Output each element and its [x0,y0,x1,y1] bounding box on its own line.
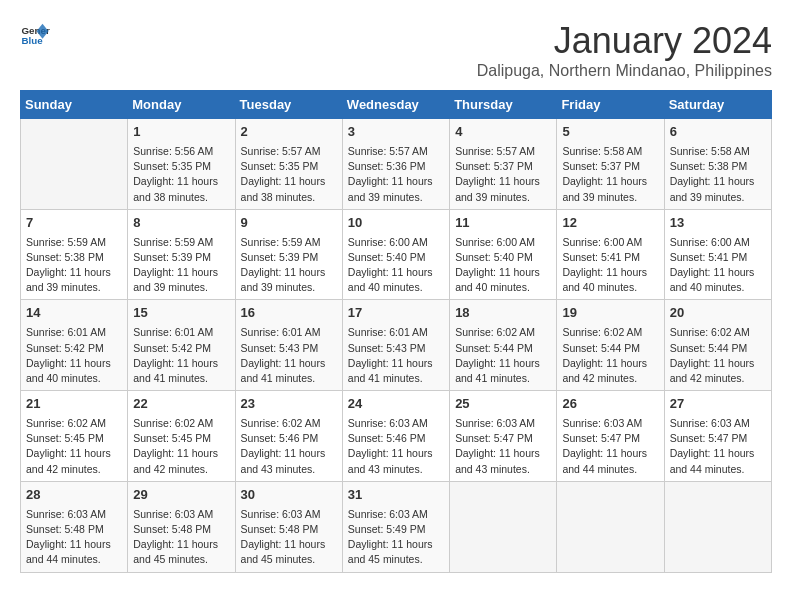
calendar-header-cell: Friday [557,91,664,119]
calendar-table: SundayMondayTuesdayWednesdayThursdayFrid… [20,90,772,573]
calendar-day-cell: 4Sunrise: 5:57 AMSunset: 5:37 PMDaylight… [450,119,557,210]
calendar-day-cell [450,481,557,572]
calendar-day-cell: 20Sunrise: 6:02 AMSunset: 5:44 PMDayligh… [664,300,771,391]
day-number: 9 [241,214,337,233]
day-number: 14 [26,304,122,323]
day-number: 18 [455,304,551,323]
day-number: 20 [670,304,766,323]
calendar-day-cell: 15Sunrise: 6:01 AMSunset: 5:42 PMDayligh… [128,300,235,391]
calendar-day-cell: 19Sunrise: 6:02 AMSunset: 5:44 PMDayligh… [557,300,664,391]
calendar-week-row: 1Sunrise: 5:56 AMSunset: 5:35 PMDaylight… [21,119,772,210]
calendar-header-cell: Wednesday [342,91,449,119]
day-number: 24 [348,395,444,414]
calendar-header-cell: Monday [128,91,235,119]
calendar-header-row: SundayMondayTuesdayWednesdayThursdayFrid… [21,91,772,119]
day-number: 30 [241,486,337,505]
calendar-day-cell [664,481,771,572]
day-number: 8 [133,214,229,233]
calendar-day-cell: 16Sunrise: 6:01 AMSunset: 5:43 PMDayligh… [235,300,342,391]
calendar-header-cell: Saturday [664,91,771,119]
calendar-day-cell: 28Sunrise: 6:03 AMSunset: 5:48 PMDayligh… [21,481,128,572]
calendar-day-cell [21,119,128,210]
day-number: 7 [26,214,122,233]
calendar-day-cell: 12Sunrise: 6:00 AMSunset: 5:41 PMDayligh… [557,209,664,300]
day-number: 6 [670,123,766,142]
calendar-header-cell: Tuesday [235,91,342,119]
calendar-week-row: 21Sunrise: 6:02 AMSunset: 5:45 PMDayligh… [21,391,772,482]
day-number: 13 [670,214,766,233]
day-number: 19 [562,304,658,323]
page-subtitle: Dalipuga, Northern Mindanao, Philippines [477,62,772,80]
calendar-day-cell: 10Sunrise: 6:00 AMSunset: 5:40 PMDayligh… [342,209,449,300]
day-number: 10 [348,214,444,233]
calendar-body: 1Sunrise: 5:56 AMSunset: 5:35 PMDaylight… [21,119,772,573]
calendar-day-cell: 9Sunrise: 5:59 AMSunset: 5:39 PMDaylight… [235,209,342,300]
calendar-day-cell: 30Sunrise: 6:03 AMSunset: 5:48 PMDayligh… [235,481,342,572]
calendar-day-cell: 23Sunrise: 6:02 AMSunset: 5:46 PMDayligh… [235,391,342,482]
calendar-day-cell: 21Sunrise: 6:02 AMSunset: 5:45 PMDayligh… [21,391,128,482]
day-number: 2 [241,123,337,142]
day-number: 17 [348,304,444,323]
calendar-day-cell: 5Sunrise: 5:58 AMSunset: 5:37 PMDaylight… [557,119,664,210]
calendar-day-cell: 18Sunrise: 6:02 AMSunset: 5:44 PMDayligh… [450,300,557,391]
day-number: 4 [455,123,551,142]
calendar-day-cell: 13Sunrise: 6:00 AMSunset: 5:41 PMDayligh… [664,209,771,300]
calendar-day-cell: 26Sunrise: 6:03 AMSunset: 5:47 PMDayligh… [557,391,664,482]
calendar-day-cell: 7Sunrise: 5:59 AMSunset: 5:38 PMDaylight… [21,209,128,300]
title-section: January 2024 Dalipuga, Northern Mindanao… [477,20,772,80]
day-number: 21 [26,395,122,414]
logo-icon: General Blue [20,20,50,50]
day-number: 16 [241,304,337,323]
calendar-day-cell: 2Sunrise: 5:57 AMSunset: 5:35 PMDaylight… [235,119,342,210]
day-number: 25 [455,395,551,414]
calendar-week-row: 28Sunrise: 6:03 AMSunset: 5:48 PMDayligh… [21,481,772,572]
calendar-day-cell: 6Sunrise: 5:58 AMSunset: 5:38 PMDaylight… [664,119,771,210]
calendar-day-cell [557,481,664,572]
day-number: 22 [133,395,229,414]
day-number: 12 [562,214,658,233]
calendar-day-cell: 11Sunrise: 6:00 AMSunset: 5:40 PMDayligh… [450,209,557,300]
calendar-day-cell: 14Sunrise: 6:01 AMSunset: 5:42 PMDayligh… [21,300,128,391]
calendar-day-cell: 22Sunrise: 6:02 AMSunset: 5:45 PMDayligh… [128,391,235,482]
calendar-day-cell: 1Sunrise: 5:56 AMSunset: 5:35 PMDaylight… [128,119,235,210]
calendar-week-row: 14Sunrise: 6:01 AMSunset: 5:42 PMDayligh… [21,300,772,391]
calendar-day-cell: 25Sunrise: 6:03 AMSunset: 5:47 PMDayligh… [450,391,557,482]
day-number: 15 [133,304,229,323]
calendar-day-cell: 29Sunrise: 6:03 AMSunset: 5:48 PMDayligh… [128,481,235,572]
day-number: 31 [348,486,444,505]
calendar-week-row: 7Sunrise: 5:59 AMSunset: 5:38 PMDaylight… [21,209,772,300]
day-number: 23 [241,395,337,414]
calendar-day-cell: 27Sunrise: 6:03 AMSunset: 5:47 PMDayligh… [664,391,771,482]
calendar-header-cell: Thursday [450,91,557,119]
page-title: January 2024 [477,20,772,62]
day-number: 5 [562,123,658,142]
day-number: 29 [133,486,229,505]
calendar-day-cell: 17Sunrise: 6:01 AMSunset: 5:43 PMDayligh… [342,300,449,391]
day-number: 27 [670,395,766,414]
day-number: 26 [562,395,658,414]
svg-text:Blue: Blue [22,35,44,46]
day-number: 3 [348,123,444,142]
calendar-day-cell: 3Sunrise: 5:57 AMSunset: 5:36 PMDaylight… [342,119,449,210]
day-number: 1 [133,123,229,142]
calendar-day-cell: 8Sunrise: 5:59 AMSunset: 5:39 PMDaylight… [128,209,235,300]
calendar-day-cell: 31Sunrise: 6:03 AMSunset: 5:49 PMDayligh… [342,481,449,572]
page-header: General Blue January 2024 Dalipuga, Nort… [20,20,772,80]
logo: General Blue [20,20,50,50]
day-number: 28 [26,486,122,505]
calendar-day-cell: 24Sunrise: 6:03 AMSunset: 5:46 PMDayligh… [342,391,449,482]
day-number: 11 [455,214,551,233]
calendar-header-cell: Sunday [21,91,128,119]
